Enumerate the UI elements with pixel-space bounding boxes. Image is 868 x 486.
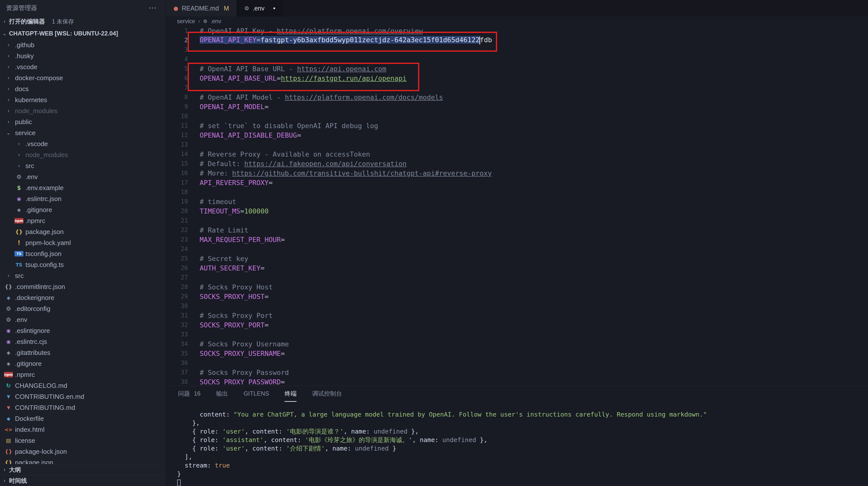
sidebar-section-timeline[interactable]: › 时间线: [0, 475, 166, 486]
line-number[interactable]: 7: [166, 84, 188, 91]
more-actions-icon[interactable]: ⋯: [149, 3, 157, 12]
tree-item-service-vscode[interactable]: ›.vscode: [0, 138, 166, 149]
editor-line-5[interactable]: 5# OpenAI API Base URL - https://api.ope…: [166, 64, 868, 74]
tree-item-service-env-example[interactable]: $.env.example: [0, 182, 166, 193]
line-number[interactable]: 26: [166, 264, 188, 271]
tree-item-eslintignore[interactable]: ◉.eslintignore: [0, 325, 166, 336]
line-number[interactable]: 2: [166, 37, 188, 44]
tree-item-service-pnpm-lock[interactable]: !pnpm-lock.yaml: [0, 237, 166, 248]
editor-line-22[interactable]: 22# Rate Limit: [166, 225, 868, 235]
line-number[interactable]: 16: [166, 170, 188, 177]
panel-tab-debug-console[interactable]: 调试控制台: [312, 386, 342, 402]
tree-item-vscode[interactable]: ›.vscode: [0, 61, 166, 73]
project-section-header[interactable]: ⌄ CHATGPT-WEB [WSL: UBUNTU-22.04]: [0, 27, 166, 39]
line-number[interactable]: 38: [166, 378, 188, 385]
tree-item-license[interactable]: ▤license: [0, 435, 166, 446]
editor-line-17[interactable]: 17API_REVERSE_PROXY=: [166, 178, 868, 187]
editor-line-1[interactable]: 1# OpenAI API Key - https://platform.ope…: [166, 26, 868, 35]
line-number[interactable]: 12: [166, 132, 188, 139]
sidebar-section-outline[interactable]: › 大纲: [0, 464, 166, 475]
line-number[interactable]: 3: [166, 46, 188, 53]
tree-item-contributing-md[interactable]: ▼CONTRIBUTING.md: [0, 402, 166, 413]
editor-line-31[interactable]: 31# Socks Proxy Port: [166, 311, 868, 320]
line-number[interactable]: 10: [166, 113, 188, 120]
tree-item-service-tsconfig[interactable]: TStsconfig.json: [0, 248, 166, 259]
editor-line-19[interactable]: 19# timeout: [166, 197, 868, 206]
tree-item-service-env[interactable]: ⚙.env: [0, 171, 166, 182]
line-number[interactable]: 27: [166, 274, 188, 281]
line-number[interactable]: 30: [166, 303, 188, 309]
tree-item-gitignore[interactable]: ◈.gitignore: [0, 358, 166, 369]
tree-item-service-node-modules[interactable]: ›node_modules: [0, 149, 166, 160]
line-number[interactable]: 14: [166, 151, 188, 158]
tree-item-changelog-md[interactable]: ↻CHANGELOG.md: [0, 380, 166, 391]
tree-item-dockerignore[interactable]: ◆.dockerignore: [0, 292, 166, 303]
editor-line-20[interactable]: 20TIMEOUT_MS=100000: [166, 206, 868, 216]
line-number[interactable]: 33: [166, 331, 188, 338]
editor-line-9[interactable]: 9OPENAI_API_MODEL=: [166, 102, 868, 111]
editor-line-21[interactable]: 21: [166, 216, 868, 225]
tree-item-service[interactable]: ⌄service: [0, 127, 166, 138]
panel-tab-terminal[interactable]: 终端: [284, 386, 297, 402]
tree-item-docs[interactable]: ›docs: [0, 83, 166, 94]
editor-line-34[interactable]: 34# Socks Proxy Username: [166, 339, 868, 349]
editor-line-24[interactable]: 24: [166, 244, 868, 254]
tab-readme[interactable]: ●README.mdM: [166, 0, 237, 17]
editor-line-18[interactable]: 18: [166, 187, 868, 197]
line-number[interactable]: 6: [166, 75, 188, 82]
tree-item-service-npmrc[interactable]: npm.npmrc: [0, 215, 166, 226]
tree-item-src[interactable]: ›src: [0, 270, 166, 281]
panel-tab-output[interactable]: 输出: [216, 386, 228, 402]
line-number[interactable]: 36: [166, 360, 188, 366]
tree-item-service-gitignore[interactable]: ◈.gitignore: [0, 204, 166, 215]
editor-line-8[interactable]: 8# OpenAI API Model - https://platform.o…: [166, 92, 868, 102]
line-number[interactable]: 34: [166, 340, 188, 347]
tree-item-package-lock-json[interactable]: {}package-lock.json: [0, 446, 166, 457]
editor-line-27[interactable]: 27: [166, 273, 868, 282]
tree-item-env[interactable]: ⚙.env: [0, 314, 166, 325]
tree-item-contributing-en-md[interactable]: ▼CONTRIBUTING.en.md: [0, 391, 166, 402]
editor-line-33[interactable]: 33: [166, 330, 868, 339]
editor-line-6[interactable]: 6OPENAI_API_BASE_URL=https://fastgpt.run…: [166, 74, 868, 83]
line-number[interactable]: 37: [166, 369, 188, 376]
editor-line-2[interactable]: 2OPENAI_API_KEY=fastgpt-y6b3axfbdd5wyp01…: [166, 35, 868, 45]
line-number[interactable]: 19: [166, 198, 188, 205]
editor-line-12[interactable]: 12OPENAI_API_DISABLE_DEBUG=: [166, 131, 868, 140]
editor-line-15[interactable]: 15# Default: https://ai.fakeopen.com/api…: [166, 159, 868, 168]
line-number[interactable]: 17: [166, 179, 188, 186]
editor-line-4[interactable]: 4: [166, 54, 868, 64]
tree-item-index-html[interactable]: <>index.html: [0, 424, 166, 435]
tree-item-github[interactable]: ›.github: [0, 39, 166, 51]
tree-item-dockerfile[interactable]: ◆Dockerfile: [0, 413, 166, 424]
line-number[interactable]: 22: [166, 227, 188, 233]
line-number[interactable]: 28: [166, 283, 188, 290]
line-number[interactable]: 23: [166, 236, 188, 243]
editor-line-10[interactable]: 10: [166, 111, 868, 121]
breadcrumb-folder[interactable]: service: [177, 18, 195, 25]
open-editors-section[interactable]: › 打开的编辑器 1 未保存: [0, 16, 166, 27]
tree-item-husky[interactable]: ›.husky: [0, 51, 166, 61]
tree-item-service-tsup-config[interactable]: TStsup.config.ts: [0, 259, 166, 270]
breadcrumb-file[interactable]: .env: [210, 18, 221, 25]
line-number[interactable]: 4: [166, 56, 188, 63]
editor-line-25[interactable]: 25# Secret key: [166, 254, 868, 263]
editor-line-36[interactable]: 36: [166, 358, 868, 368]
tree-item-commitlintrc-json[interactable]: {}.commitlintrc.json: [0, 281, 166, 292]
editor-line-14[interactable]: 14# Reverse Proxy - Available on accessT…: [166, 149, 868, 159]
tree-item-package-json[interactable]: {}package.json: [0, 457, 166, 464]
tree-item-gitattributes[interactable]: ◈.gitattributes: [0, 347, 166, 358]
tree-item-public[interactable]: ›public: [0, 116, 166, 127]
editor-line-28[interactable]: 28# Socks Proxy Host: [166, 282, 868, 292]
editor-line-30[interactable]: 30: [166, 301, 868, 311]
panel-tab-problems[interactable]: 问题16: [178, 386, 200, 402]
editor-line-26[interactable]: 26AUTH_SECRET_KEY=: [166, 263, 868, 273]
editor-line-32[interactable]: 32SOCKS_PROXY_PORT=: [166, 320, 868, 330]
line-number[interactable]: 20: [166, 207, 188, 215]
editor-content[interactable]: 1# OpenAI API Key - https://platform.ope…: [166, 26, 868, 385]
line-number[interactable]: 5: [166, 65, 188, 72]
line-number[interactable]: 21: [166, 217, 188, 224]
line-number[interactable]: 18: [166, 189, 188, 196]
tree-item-service-eslintrc-json[interactable]: ◉.eslintrc.json: [0, 193, 166, 204]
line-number[interactable]: 11: [166, 122, 188, 129]
tree-item-npmrc[interactable]: npm.npmrc: [0, 369, 166, 380]
